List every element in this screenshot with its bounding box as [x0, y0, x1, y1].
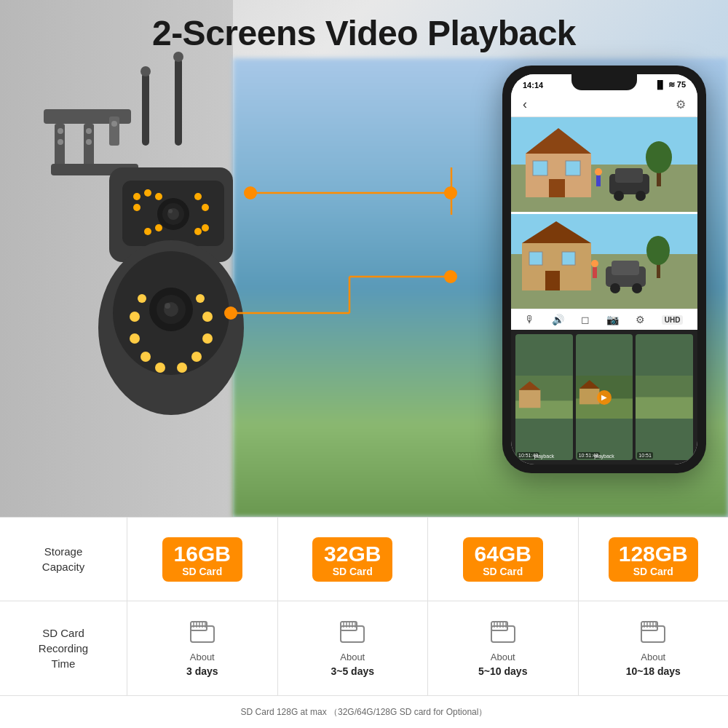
svg-rect-65	[615, 168, 643, 183]
svg-rect-97	[191, 626, 214, 642]
thumb-play-icon-2[interactable]: ▶	[597, 390, 612, 405]
thumbnail-3[interactable]: 10:51	[636, 334, 693, 460]
recording-time-label: SD CardRecordingTime	[0, 601, 127, 695]
phone-settings-icon[interactable]: ⚙	[676, 98, 686, 111]
svg-point-82	[632, 283, 642, 293]
phone-mockup: 14:14 ▐▌ ≋ 75 ‹ ⚙	[502, 66, 706, 473]
page-title: 2-Screens Video Playback	[0, 0, 728, 53]
svg-point-38	[130, 312, 140, 322]
svg-point-8	[173, 52, 183, 62]
mic-icon[interactable]: 🎙	[525, 314, 535, 325]
hero-section: 2-Screens Video Playback	[0, 0, 728, 517]
svg-point-84	[646, 236, 670, 265]
svg-point-34	[155, 363, 165, 373]
svg-point-22	[202, 204, 209, 211]
capacity-16gb: 16GB SD Card	[127, 518, 278, 601]
storage-capacity-row: StorageCapacity 16GB SD Card 32GB SD Car…	[0, 518, 728, 601]
record-icon[interactable]: ◻	[581, 314, 590, 325]
sd-card-icon-1	[189, 620, 215, 649]
capacity-128gb: 128GB SD Card	[579, 518, 729, 601]
house-view-top	[511, 117, 697, 212]
badge-gb-64: 64GB	[473, 542, 533, 566]
recording-35days: About 3~5 days	[278, 601, 429, 695]
about-text-3: About	[491, 652, 515, 662]
badge-type-32: SD Card	[323, 566, 382, 577]
svg-rect-93	[579, 389, 600, 405]
badge-type-64: SD Card	[473, 566, 533, 577]
svg-rect-80	[612, 261, 639, 275]
svg-point-43	[58, 139, 63, 145]
thumbnail-2[interactable]: ▶ 10:51:48 playback	[576, 334, 633, 460]
svg-point-66	[614, 191, 624, 201]
phone-controls: 🎙 🔊 ◻ 📷 ⚙ UHD	[511, 309, 697, 330]
badge-gb-128: 128GB	[619, 542, 688, 566]
about-text-1: About	[190, 652, 215, 662]
svg-point-41	[196, 294, 205, 303]
thumb-play-1: playback	[517, 454, 571, 459]
phone-signal: ▐▌ ≋ 75	[654, 80, 686, 90]
speaker-icon[interactable]: 🔊	[552, 314, 564, 325]
svg-rect-77	[562, 252, 575, 265]
svg-rect-104	[341, 626, 364, 642]
svg-point-35	[177, 363, 187, 373]
footer-note-text: SD Card 128G at max （32G/64G/128G SD car…	[241, 706, 488, 719]
svg-rect-78	[545, 271, 560, 290]
phone-video-bottom	[511, 214, 697, 309]
svg-point-36	[191, 352, 202, 362]
badge-type-128: SD Card	[619, 566, 688, 577]
svg-point-24	[202, 224, 209, 232]
svg-point-85	[591, 260, 598, 267]
svg-point-32	[130, 333, 140, 344]
snapshot-icon[interactable]: 📷	[606, 314, 619, 325]
phone-back-button[interactable]: ‹	[523, 97, 527, 112]
days-text-3: 5~10 days	[478, 665, 527, 677]
svg-rect-7	[175, 58, 182, 146]
svg-point-46	[111, 121, 117, 127]
recording-cells: About 3 days About 3~5 days	[127, 601, 728, 695]
svg-point-39	[202, 312, 213, 322]
phone-video-top	[511, 117, 697, 212]
svg-rect-76	[529, 252, 542, 265]
svg-rect-118	[641, 626, 665, 642]
thumb-time-3: 10:51	[637, 452, 653, 459]
phone-notch	[571, 74, 637, 90]
badge-64gb: 64GB SD Card	[463, 537, 543, 582]
svg-point-45	[86, 139, 92, 145]
badge-type-16: SD Card	[173, 566, 232, 577]
recording-510days: About 5~10 days	[428, 601, 579, 695]
svg-point-69	[646, 141, 672, 173]
badge-16gb: 16GB SD Card	[162, 537, 242, 582]
badge-128gb: 128GB SD Card	[609, 537, 698, 582]
recording-1018days: About 10~18 days	[579, 601, 729, 695]
capacity-64gb: 64GB SD Card	[428, 518, 579, 601]
svg-point-21	[194, 193, 202, 200]
svg-rect-86	[593, 267, 597, 278]
badge-32gb: 32GB SD Card	[312, 537, 392, 582]
svg-point-31	[165, 303, 170, 309]
svg-point-33	[141, 352, 151, 362]
storage-capacity-label: StorageCapacity	[0, 518, 127, 601]
days-text-1: 3 days	[186, 665, 218, 677]
days-text-2: 3~5 days	[331, 665, 374, 677]
footer-note: SD Card 128G at max （32G/64G/128G SD car…	[0, 696, 728, 728]
svg-point-19	[144, 228, 151, 235]
sd-card-icon-3	[490, 620, 516, 649]
svg-point-18	[133, 204, 141, 211]
phone-body: 14:14 ▐▌ ≋ 75 ‹ ⚙	[502, 66, 706, 473]
uhd-badge: UHD	[662, 315, 684, 325]
capacity-32gb: 32GB SD Card	[278, 518, 429, 601]
svg-point-67	[636, 191, 646, 201]
sd-card-icon-2	[339, 620, 365, 649]
svg-point-40	[138, 294, 146, 303]
phone-nav-bar: ‹ ⚙	[511, 92, 697, 117]
svg-point-17	[155, 193, 162, 200]
svg-rect-89	[519, 390, 541, 408]
svg-rect-71	[596, 175, 601, 186]
capacity-cells: 16GB SD Card 32GB SD Card 64GB SD Card 1…	[127, 518, 728, 601]
thumbnail-1[interactable]: 10:51:48 playback	[515, 334, 573, 460]
recording-time-row: SD CardRecordingTime About 3 days	[0, 601, 728, 696]
about-text-4: About	[641, 652, 665, 662]
settings-icon[interactable]: ⚙	[636, 314, 645, 325]
bottom-section: StorageCapacity 16GB SD Card 32GB SD Car…	[0, 517, 728, 728]
svg-rect-63	[549, 179, 565, 197]
